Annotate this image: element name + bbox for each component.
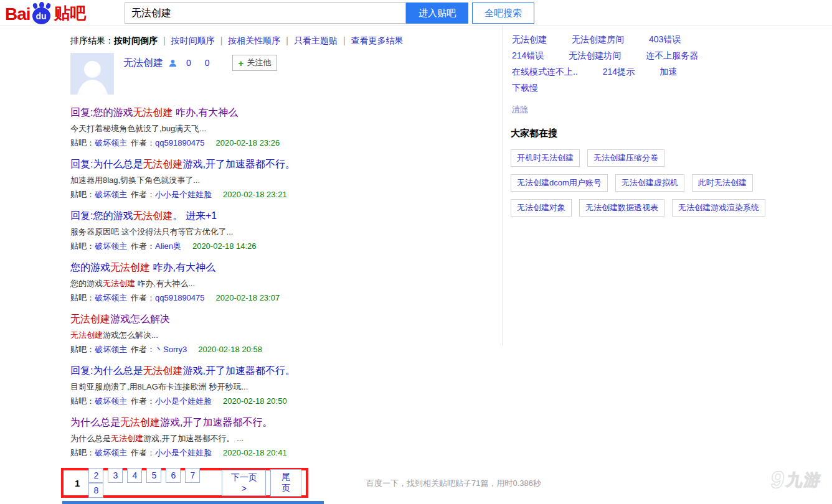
- hot-search-tag[interactable]: 无法创建对象: [511, 199, 572, 217]
- related-search-link[interactable]: 连不上服务器: [646, 50, 698, 61]
- pagination-last-button[interactable]: 尾页: [270, 469, 301, 497]
- header-divider: [0, 26, 832, 26]
- sort-option[interactable]: 查看更多结果: [351, 35, 404, 45]
- result-title-link[interactable]: 回复:您的游戏无法创建。 进来+1: [70, 210, 217, 221]
- search-result-item: 您的游戏无法创建 咋办,有大神么您的游戏无法创建 咋办,有大神么...贴吧：破坏…: [70, 261, 494, 304]
- hot-search-tag[interactable]: 无法创建dcom用户账号: [511, 174, 608, 192]
- result-title-link[interactable]: 您的游戏无法创建 咋办,有大神么: [70, 262, 215, 273]
- baidu-tieba-logo[interactable]: Bai du 贴吧: [5, 2, 87, 24]
- result-title-text: 为什么总是: [70, 417, 120, 427]
- sort-option[interactable]: 按时间顺序: [171, 35, 215, 45]
- follow-button-label: 关注他: [247, 57, 271, 68]
- result-title-link[interactable]: 回复:为什么总是无法创建游戏,开了加速器都不行。: [70, 365, 295, 376]
- result-snippet-highlight: 无法创建: [103, 279, 135, 288]
- result-snippet: 无法创建游戏怎么解决...: [70, 329, 494, 342]
- related-search-link[interactable]: 在线模式连不上..: [512, 67, 578, 77]
- forum-link[interactable]: 破坏领主: [95, 241, 127, 251]
- related-row: 下载慢: [512, 83, 811, 93]
- author-link[interactable]: qq591890475: [155, 138, 205, 147]
- related-search-link[interactable]: 无法创建房间: [572, 34, 624, 45]
- forum-link[interactable]: 破坏领主: [95, 293, 127, 302]
- enter-tieba-button[interactable]: 进入贴吧: [406, 2, 468, 24]
- result-title: 您的游戏无法创建 咋办,有大神么: [70, 261, 494, 274]
- pagination-page-button[interactable]: 7: [185, 468, 200, 483]
- pagination-page-button[interactable]: 6: [166, 468, 181, 483]
- author-link[interactable]: 小小是个娃娃脸: [155, 448, 212, 457]
- logo-text-bai: Bai: [5, 4, 31, 24]
- forum-link[interactable]: 破坏领主: [95, 448, 127, 457]
- related-search-link[interactable]: 214错误: [512, 50, 544, 61]
- related-row: 在线模式连不上..214提示加速: [512, 67, 811, 77]
- search-all-button[interactable]: 全吧搜索: [472, 2, 534, 24]
- result-meta: 贴吧：破坏领主作者：丶Sorry32020-02-18 20:58: [70, 343, 494, 356]
- result-title-highlight: 无法创建: [143, 159, 182, 169]
- clear-history-link[interactable]: 清除: [512, 104, 528, 115]
- result-title-link[interactable]: 为什么总是无法创建游戏,开了加速器都不行。: [70, 417, 272, 427]
- sort-option-active[interactable]: 按时间倒序: [114, 35, 158, 45]
- hot-search-tag[interactable]: 无法创建压缩分卷: [587, 149, 664, 167]
- sort-bar: 排序结果：按时间倒序|按时间顺序|按相关性顺序|只看主题贴|查看更多结果: [70, 35, 404, 47]
- hot-search-tag[interactable]: 开机时无法创建: [511, 149, 580, 167]
- baidu-paw-icon: du: [31, 3, 52, 24]
- author-link[interactable]: 小小是个娃娃脸: [155, 396, 212, 406]
- hot-search-tag[interactable]: 无法创建虚拟机: [615, 174, 684, 192]
- follow-button[interactable]: + 关注他: [232, 55, 278, 71]
- result-title-text: 回复:为什么总是: [70, 365, 143, 376]
- forum-label: 贴吧：: [70, 396, 95, 406]
- pagination-page-button[interactable]: 2: [88, 468, 103, 483]
- result-title: 回复:为什么总是无法创建游戏,开了加速器都不行。: [70, 157, 494, 171]
- hot-search-tag[interactable]: 无法创建游戏渲染系统: [672, 199, 765, 217]
- user-name-link[interactable]: 无法创建: [123, 57, 163, 70]
- author-link[interactable]: 丶Sorry3: [155, 345, 187, 354]
- related-search-link[interactable]: 无法创建坊间: [569, 50, 621, 61]
- result-date: 2020-02-18 20:41: [223, 448, 287, 457]
- hot-search-tag[interactable]: 无法创建数据透视表: [579, 199, 664, 217]
- result-snippet-text: 游戏,开了加速器都不行。 ...: [143, 434, 243, 443]
- jiuyou-watermark: 9 九游: [769, 468, 823, 492]
- related-search-link[interactable]: 214提示: [603, 67, 635, 77]
- result-title-text: 游戏,开了加速器都不行。: [182, 159, 295, 169]
- plus-icon: +: [239, 58, 244, 68]
- author-link[interactable]: qq591890475: [155, 293, 205, 302]
- result-date: 2020-02-18 23:26: [216, 138, 280, 147]
- forum-link[interactable]: 破坏领主: [95, 345, 127, 354]
- forum-link[interactable]: 破坏领主: [95, 138, 127, 147]
- result-title-link[interactable]: 无法创建游戏怎么解决: [70, 314, 170, 324]
- result-snippet: 加速器用8lag,切换下角色就没事了...: [70, 174, 494, 187]
- search-input[interactable]: [125, 2, 406, 24]
- sort-option[interactable]: 只看主题贴: [294, 35, 338, 45]
- author-link[interactable]: 小小是个娃娃脸: [155, 190, 212, 199]
- pagination-page-button[interactable]: 5: [146, 468, 161, 483]
- result-title-link[interactable]: 回复:您的游戏无法创建 咋办,有大神么: [70, 107, 238, 118]
- forum-label: 贴吧：: [70, 448, 95, 457]
- result-snippet: 服务器原因吧 这个没得法只有等官方优化了...: [70, 225, 494, 238]
- search-result-item: 回复:您的游戏无法创建。 进来+1服务器原因吧 这个没得法只有等官方优化了...…: [70, 209, 494, 253]
- forum-link[interactable]: 破坏领主: [95, 396, 127, 406]
- pagination-page-button[interactable]: 4: [127, 468, 142, 483]
- related-search-link[interactable]: 加速: [659, 67, 677, 77]
- user-count-2: 0: [205, 58, 210, 68]
- avatar-silhouette-head: [84, 61, 101, 78]
- jiuyou-text: 九游: [785, 469, 823, 491]
- related-search-link[interactable]: 无法创建: [512, 34, 547, 45]
- sort-option[interactable]: 按相关性顺序: [228, 35, 280, 45]
- search-stats: 百度一下，找到相关贴吧贴子71篇，用时0.386秒: [366, 478, 541, 489]
- related-search-link[interactable]: 下载慢: [512, 83, 538, 93]
- user-avatar[interactable]: [70, 53, 114, 95]
- related-search-link[interactable]: 403错误: [649, 34, 681, 45]
- forum-link[interactable]: 破坏领主: [95, 190, 127, 199]
- author-link[interactable]: Alien奥: [155, 241, 181, 251]
- result-title-text: 回复:您的游戏: [70, 107, 133, 118]
- logo-text-du: du: [32, 7, 50, 24]
- result-title: 回复:为什么总是无法创建游戏,开了加速器都不行。: [70, 364, 494, 378]
- result-title-link[interactable]: 回复:为什么总是无法创建游戏,开了加速器都不行。: [70, 159, 295, 169]
- pagination-page-button[interactable]: 8: [88, 483, 103, 498]
- result-title-text: 您的游戏: [70, 262, 110, 273]
- pagination-page-button[interactable]: 3: [108, 468, 123, 483]
- pagination-next-button[interactable]: 下一页>: [222, 470, 266, 496]
- result-title-highlight: 无法创建: [110, 262, 150, 273]
- result-snippet: 今天打着秘境角色就没了,bug满天飞...: [70, 122, 494, 135]
- result-meta: 贴吧：破坏领主作者：小小是个娃娃脸2020-02-18 20:50: [70, 394, 494, 408]
- hot-search-tag[interactable]: 此时无法创建: [692, 174, 753, 192]
- jiuyou-mark: 9: [769, 468, 785, 492]
